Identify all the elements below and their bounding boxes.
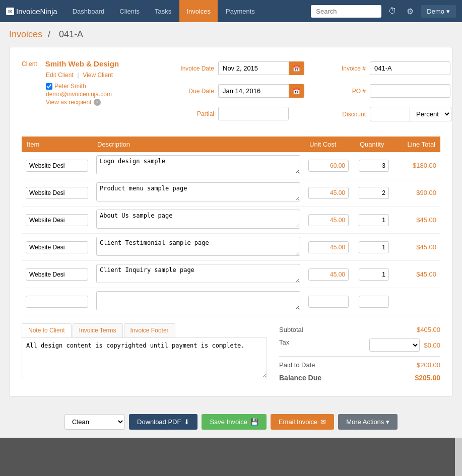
cost-input-3[interactable] (308, 241, 349, 253)
po-input[interactable] (370, 84, 450, 98)
item-input-3[interactable] (26, 241, 88, 253)
cost-input-4[interactable] (308, 268, 349, 281)
cost-input-1[interactable] (308, 187, 349, 199)
invoice-date-cal-btn[interactable]: 📅 (289, 61, 304, 75)
invoice-meta-section: Invoice # PO # Discount Percent Amount (320, 59, 451, 126)
desc-input-2[interactable]: About Us sample page (96, 210, 300, 229)
tab-note-to-client[interactable]: Note to Client (22, 323, 72, 337)
subtotal-label: Subtotal (279, 326, 303, 333)
desc-input-4[interactable]: Client Inquiry sample page (96, 264, 300, 283)
invoice-date-row: Invoice Date 📅 (169, 61, 304, 75)
col-description: Description (92, 137, 304, 152)
col-item: Item (22, 137, 92, 152)
balance-row: Balance Due $205.00 (279, 371, 440, 384)
line-total-1: $90.00 (395, 179, 440, 207)
edit-client-link[interactable]: Edit Client (46, 72, 74, 79)
cost-input-2[interactable] (308, 214, 349, 226)
partial-input[interactable] (218, 107, 289, 120)
tab-invoice-terms[interactable]: Invoice Terms (73, 323, 123, 337)
more-actions-btn[interactable]: More Actions ▾ (338, 414, 398, 430)
due-date-row: Due Date 📅 (169, 84, 304, 98)
col-line-total: Line Total (395, 137, 440, 152)
nav-clients[interactable]: Clients (112, 0, 147, 22)
item-input-1[interactable] (26, 187, 88, 199)
table-row: Client Testimonial sample page $45.00 (22, 234, 440, 261)
download-pdf-btn[interactable]: Download PDF ⬇ (129, 414, 197, 430)
nav-invoices[interactable]: Invoices (179, 0, 218, 22)
invoice-date-input[interactable] (218, 61, 289, 75)
tax-input-group: $0.00 (369, 338, 440, 352)
date-section: Invoice Date 📅 Due Date 📅 Partial (169, 59, 304, 126)
qty-input-1[interactable] (359, 187, 389, 199)
scrollbar[interactable] (455, 438, 462, 476)
contact-name: Peter Smith (54, 83, 86, 90)
nav-dashboard[interactable]: Dashboard (65, 0, 112, 22)
download-icon: ⬇ (184, 418, 189, 426)
due-date-input[interactable] (218, 84, 289, 98)
email-invoice-btn[interactable]: Email Invoice ✉ (271, 414, 334, 430)
breadcrumb-parent[interactable]: Invoices (9, 29, 42, 39)
subtotal-row: Subtotal $405.00 (279, 323, 440, 336)
balance-label: Balance Due (279, 374, 321, 382)
tax-select[interactable] (369, 338, 420, 352)
clock-icon-btn[interactable]: ⏱ (385, 5, 400, 18)
item-input-2[interactable] (26, 214, 88, 226)
paid-value: $200.00 (417, 361, 440, 369)
qty-input-3[interactable] (359, 241, 389, 253)
notes-textarea[interactable] (22, 338, 267, 378)
contact-checkbox[interactable] (46, 83, 52, 90)
discount-row: Discount Percent Amount (320, 107, 451, 121)
line-total-2: $45.00 (395, 207, 440, 234)
due-date-cal-btn[interactable]: 📅 (289, 84, 304, 98)
invoice-card: Client Smith Web & Design Edit Client | … (9, 47, 453, 397)
subtotal-value: $405.00 (417, 326, 440, 333)
tab-invoice-footer[interactable]: Invoice Footer (124, 323, 175, 337)
desc-input-1[interactable]: Product menu sample page (96, 182, 300, 201)
invoice-number-row: Invoice # (320, 61, 451, 75)
info-icon: ? (94, 99, 101, 106)
col-unit-cost: Unit Cost (304, 137, 355, 152)
col-quantity: Quantity (355, 137, 395, 152)
preview-area (0, 438, 462, 476)
qty-input-0[interactable] (359, 160, 389, 172)
nav-links: Dashboard Clients Tasks Invoices Payment… (65, 0, 311, 22)
template-select[interactable]: Clean Bold Modern (64, 414, 125, 430)
settings-icon-btn[interactable]: ⚙ (404, 5, 417, 18)
discount-input[interactable] (370, 107, 410, 121)
contact-email: demo@invoiceninja.com (46, 91, 153, 98)
breadcrumb-separator: / (48, 29, 50, 39)
item-input-5[interactable] (26, 296, 88, 308)
table-row: About Us sample page $45.00 (22, 207, 440, 234)
nav-tasks[interactable]: Tasks (148, 0, 178, 22)
qty-input-2[interactable] (359, 214, 389, 226)
email-invoice-label: Email Invoice (279, 418, 317, 426)
view-as-recipient[interactable]: View as recipient ? (46, 99, 153, 106)
cost-input-0[interactable] (308, 160, 349, 172)
item-input-4[interactable] (26, 268, 88, 281)
desc-input-3[interactable]: Client Testimonial sample page (96, 237, 300, 256)
download-pdf-label: Download PDF (137, 418, 181, 426)
qty-input-5[interactable] (359, 296, 389, 308)
invoice-number-input[interactable] (370, 61, 450, 75)
discount-label: Discount (320, 111, 366, 118)
desc-input-5[interactable] (96, 291, 300, 310)
discount-group: Percent Amount (370, 107, 451, 121)
invoice-date-label: Invoice Date (169, 65, 214, 72)
user-menu-btn[interactable]: Demo ▾ (421, 5, 456, 18)
item-input-0[interactable] (26, 160, 88, 172)
cost-input-5[interactable] (308, 296, 349, 308)
desc-input-0[interactable]: Logo design sample (96, 155, 300, 174)
items-table: Item Description Unit Cost Quantity Line… (22, 137, 440, 315)
brand: ✉ InvoiceNinja (6, 7, 57, 16)
po-number-row: PO # (320, 84, 451, 98)
qty-input-4[interactable] (359, 268, 389, 281)
search-input[interactable] (311, 5, 381, 18)
view-client-link[interactable]: View Client (83, 72, 113, 79)
brand-icon: ✉ (6, 8, 14, 15)
paid-row: Paid to Date $200.00 (279, 359, 440, 371)
discount-type-select[interactable]: Percent Amount (410, 107, 451, 121)
paid-label: Paid to Date (279, 361, 315, 369)
save-invoice-btn[interactable]: Save Invoice 💾 (202, 414, 266, 430)
nav-payments[interactable]: Payments (219, 0, 262, 22)
nav-right: ⏱ ⚙ Demo ▾ (311, 5, 456, 18)
